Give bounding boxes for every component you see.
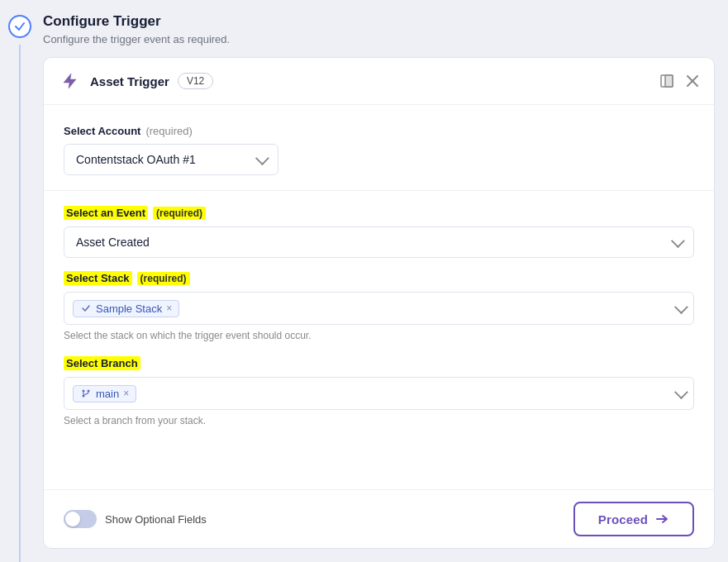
stack-tag-items: Sample Stack × <box>73 300 675 317</box>
branch-tag: main × <box>73 385 136 402</box>
stack-tag-remove[interactable]: × <box>166 303 172 313</box>
event-required: (required) <box>153 207 206 220</box>
account-selected-value: Contentstack OAuth #1 <box>76 153 196 166</box>
branch-tag-select[interactable]: main × <box>64 377 694 410</box>
toggle-label: Show Optional Fields <box>105 513 207 526</box>
step-indicator <box>8 15 31 38</box>
event-selected-value: Asset Created <box>76 236 150 249</box>
configure-card: Asset Trigger V12 <box>43 57 715 549</box>
branch-dropdown-chevron-wrap <box>675 388 685 398</box>
stack-tag-icon <box>80 302 92 314</box>
branch-dropdown-chevron <box>674 385 688 399</box>
account-dropdown[interactable]: Contentstack OAuth #1 <box>64 144 278 175</box>
branch-label-wrap: Select Branch <box>64 356 694 370</box>
page-subtitle: Configure the trigger event as required. <box>43 33 715 45</box>
stack-dropdown-chevron <box>674 300 688 314</box>
toggle-knob <box>65 512 80 526</box>
card-body: Select Account (required) Contentstack O… <box>44 105 714 489</box>
branch-tag-label: main <box>96 388 119 400</box>
expand-button[interactable] <box>659 74 674 88</box>
branch-label: Select Branch <box>64 356 140 370</box>
trigger-icon <box>59 69 82 93</box>
card-title: Asset Trigger <box>90 74 169 88</box>
stack-tag-label: Sample Stack <box>96 302 162 315</box>
event-dropdown[interactable]: Asset Created <box>64 226 694 258</box>
account-label-wrap: Select Account (required) <box>64 125 694 137</box>
stack-hint: Select the stack on which the trigger ev… <box>64 330 694 341</box>
section-divider-1 <box>44 190 714 191</box>
stack-label-wrap: Select Stack (required) <box>64 271 694 285</box>
close-button[interactable] <box>686 74 699 88</box>
branch-tag-items: main × <box>73 385 675 402</box>
event-label: Select an Event <box>64 206 148 220</box>
proceed-arrow-icon <box>654 512 669 526</box>
svg-rect-1 <box>665 75 673 87</box>
event-dropdown-chevron <box>671 234 685 248</box>
card-header: Asset Trigger V12 <box>44 58 714 105</box>
stack-tag-select[interactable]: Sample Stack × <box>64 292 694 325</box>
rail-line <box>19 45 21 562</box>
stack-tag: Sample Stack × <box>73 300 179 317</box>
account-required: (required) <box>145 125 192 137</box>
main-content: Configure Trigger Configure the trigger … <box>40 0 728 562</box>
branch-hint: Select a branch from your stack. <box>64 415 694 426</box>
svg-point-4 <box>83 390 85 393</box>
optional-fields-toggle[interactable] <box>64 510 97 528</box>
account-dropdown-chevron <box>255 151 269 165</box>
svg-point-5 <box>88 390 90 393</box>
card-footer: Show Optional Fields Proceed <box>44 489 714 548</box>
account-field-group: Select Account (required) Contentstack O… <box>64 125 694 175</box>
toggle-group: Show Optional Fields <box>64 510 207 528</box>
event-label-wrap: Select an Event (required) <box>64 206 694 220</box>
stack-dropdown-chevron-wrap <box>675 303 685 313</box>
proceed-button[interactable]: Proceed <box>573 502 694 536</box>
card-header-right <box>659 74 699 88</box>
stack-field-group: Select Stack (required) Sampl <box>64 271 694 341</box>
left-rail <box>0 0 40 562</box>
branch-tag-remove[interactable]: × <box>123 388 129 398</box>
branch-tag-icon <box>80 388 92 399</box>
event-field-group: Select an Event (required) Asset Created <box>64 206 694 258</box>
stack-required: (required) <box>137 272 190 285</box>
account-label: Select Account <box>64 125 140 137</box>
card-header-left: Asset Trigger V12 <box>59 69 213 93</box>
page-title: Configure Trigger <box>43 13 715 30</box>
branch-field-group: Select Branch <box>64 356 694 426</box>
proceed-label: Proceed <box>598 512 648 526</box>
stack-label: Select Stack <box>64 271 132 285</box>
version-badge: V12 <box>178 73 213 89</box>
